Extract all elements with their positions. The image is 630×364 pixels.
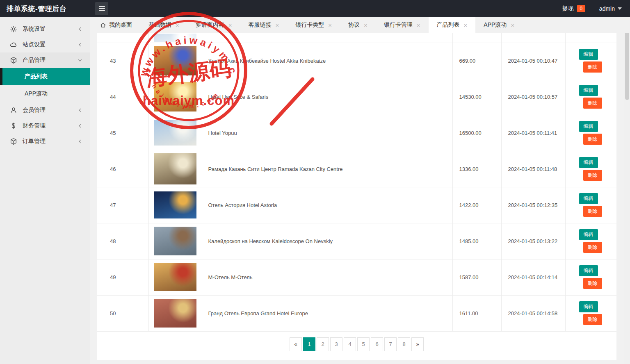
created-at: 2024-01-05 00:14:14 — [501, 259, 565, 295]
product-thumbnail[interactable] — [154, 191, 196, 218]
chevron-left-icon — [77, 107, 83, 113]
product-price: 1485.00 — [452, 223, 501, 259]
product-thumbnail[interactable] — [154, 82, 196, 111]
username: admin — [599, 5, 615, 12]
tab-close-icon[interactable]: × — [276, 22, 279, 28]
delete-button[interactable]: 删除 — [583, 98, 602, 109]
delete-button[interactable]: 删除 — [583, 61, 602, 73]
sidebar-item-1[interactable]: 站点设置 — [0, 37, 90, 52]
delete-button[interactable]: 删除 — [583, 314, 602, 325]
table-row: 46 Рамада Казань Сити Центр Ramada Kazan… — [97, 151, 616, 187]
sidebar-item-2[interactable]: 产品管理 — [0, 52, 90, 68]
menu-toggle-button[interactable] — [95, 2, 108, 15]
product-thumbnail[interactable] — [154, 299, 196, 328]
product-id: 46 — [97, 151, 148, 187]
sidebar-subitem-label: APP滚动 — [25, 90, 48, 98]
created-at: 2024-01-05 00:14:58 — [501, 295, 565, 331]
product-thumbnail[interactable] — [154, 46, 196, 75]
page-button-3[interactable]: 3 — [330, 337, 342, 351]
product-thumbnail — [154, 34, 196, 42]
edit-button[interactable]: 编辑 — [579, 265, 598, 276]
sidebar-item-label: 订单管理 — [23, 138, 77, 145]
product-name: Hotel Han Syce & Safaris — [202, 79, 452, 115]
withdraw-label: 提现 — [562, 5, 574, 12]
sidebar-item-0[interactable]: 系统设置 — [0, 21, 90, 37]
dollar-icon — [10, 122, 17, 130]
sidebar-subitem-2-1[interactable]: APP滚动 — [0, 85, 90, 102]
page-button-4[interactable]: 4 — [344, 337, 356, 351]
page-button-8[interactable]: 8 — [398, 337, 410, 351]
table-row: 47 Отель Астория Hotel Astoria 1422.00 2… — [97, 187, 616, 223]
product-price: 16500.00 — [452, 115, 501, 151]
tab-close-icon[interactable]: × — [511, 22, 514, 28]
edit-button[interactable]: 编辑 — [579, 193, 598, 204]
sidebar-item-label: 财务管理 — [23, 122, 77, 130]
product-thumbnail[interactable] — [154, 227, 196, 255]
user-icon — [10, 107, 17, 114]
tab-3[interactable]: 客服链接 × — [240, 17, 288, 33]
product-thumbnail[interactable] — [154, 120, 196, 146]
tab-5[interactable]: 协议 × — [340, 17, 376, 33]
sidebar-item-3[interactable]: 会员管理 — [0, 102, 90, 118]
sidebar: 系统设置站点设置产品管理产品列表APP滚动会员管理财务管理订单管理 — [0, 17, 90, 364]
sidebar-subitem-label: 产品列表 — [25, 73, 48, 80]
page-next-button[interactable]: » — [411, 337, 424, 351]
user-menu[interactable]: admin — [599, 5, 622, 12]
product-id: 45 — [97, 115, 148, 151]
delete-button[interactable]: 删除 — [583, 206, 602, 217]
created-at: 2024-01-05 00:13:22 — [501, 223, 565, 259]
withdraw-badge: 0 — [577, 5, 585, 12]
scrollbar-thumb[interactable] — [625, 22, 629, 100]
tab-close-icon[interactable]: × — [228, 22, 232, 28]
app-title: 排单系统-管理后台 — [0, 4, 89, 14]
product-thumbnail[interactable] — [154, 263, 196, 291]
tab-close-icon[interactable]: × — [176, 22, 179, 28]
sidebar-item-label: 产品管理 — [23, 57, 77, 64]
edit-button[interactable]: 编辑 — [579, 85, 598, 96]
tab-close-icon[interactable]: × — [364, 22, 368, 28]
delete-button[interactable]: 删除 — [583, 170, 602, 181]
page-button-6[interactable]: 6 — [371, 337, 383, 351]
scrollbar-track[interactable] — [624, 17, 630, 364]
page-button-5[interactable]: 5 — [357, 337, 370, 351]
edit-button[interactable]: 编辑 — [579, 121, 598, 132]
product-id: 44 — [97, 79, 148, 115]
product-name: Хостел Акка Книбекайзе Hostel Akka Knibe… — [202, 43, 452, 79]
tab-4[interactable]: 银行卡类型 × — [287, 17, 340, 33]
delete-button[interactable]: 删除 — [583, 242, 602, 253]
tab-desktop[interactable]: 我的桌面 — [92, 17, 140, 33]
page-button-1[interactable]: 1 — [303, 337, 315, 351]
cloud-icon — [10, 41, 17, 48]
delete-button[interactable]: 删除 — [583, 134, 602, 145]
sidebar-item-label: 站点设置 — [23, 41, 77, 48]
tab-2[interactable]: 多语言内容 × — [187, 17, 240, 33]
tab-close-icon[interactable]: × — [417, 22, 420, 28]
caret-down-icon — [618, 7, 622, 10]
product-price: 1611.00 — [452, 295, 501, 331]
edit-button[interactable]: 编辑 — [579, 157, 598, 168]
delete-button[interactable]: 删除 — [583, 278, 602, 289]
tab-close-icon[interactable]: × — [328, 22, 332, 28]
edit-button[interactable]: 编辑 — [579, 301, 598, 312]
cube-icon — [10, 138, 17, 145]
withdraw-link[interactable]: 提现 0 — [562, 5, 585, 12]
product-price: 14530.00 — [452, 79, 501, 115]
page-prev-button[interactable]: « — [290, 337, 302, 351]
page-button-7[interactable]: 7 — [384, 337, 397, 351]
page-button-2[interactable]: 2 — [317, 337, 329, 351]
product-name: Hotel Yopuu — [202, 115, 452, 151]
sidebar-subitem-2-0[interactable]: 产品列表 — [0, 68, 90, 85]
sidebar-item-5[interactable]: 订单管理 — [0, 134, 90, 149]
sidebar-item-4[interactable]: 财务管理 — [0, 118, 90, 134]
tab-8[interactable]: APP滚动 × — [475, 17, 523, 33]
product-id: 49 — [97, 259, 148, 295]
tab-7[interactable]: 产品列表 × — [429, 17, 476, 33]
product-thumbnail[interactable] — [154, 153, 196, 184]
tab-1[interactable]: 基础数据 × — [140, 17, 187, 33]
tab-close-icon[interactable]: × — [464, 22, 468, 28]
topbar: 排单系统-管理后台 提现 0 admin — [0, 0, 630, 17]
tab-6[interactable]: 银行卡管理 × — [376, 17, 429, 33]
edit-button[interactable]: 编辑 — [579, 229, 598, 240]
edit-button[interactable]: 编辑 — [579, 49, 598, 60]
product-price: 1422.00 — [452, 187, 501, 223]
